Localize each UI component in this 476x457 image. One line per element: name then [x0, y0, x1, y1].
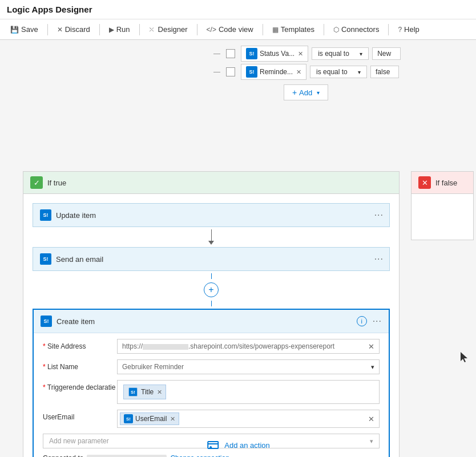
useremail-tag-remove[interactable]: ✕: [170, 415, 175, 423]
plus-line-bottom: [211, 301, 212, 306]
useremail-clear[interactable]: ✕: [364, 412, 379, 426]
required-star-2: *: [43, 363, 46, 371]
toolbar-separator-5: [263, 24, 263, 35]
operator-chevron-1: ▾: [360, 51, 362, 57]
add-between-button[interactable]: +: [204, 282, 219, 297]
update-item-label: Update item: [56, 211, 382, 220]
toolbar-separator-1: [47, 24, 48, 35]
arrow-1: [208, 229, 214, 245]
sharepoint-icon-2: S!: [246, 66, 257, 78]
condition-tag-close-1[interactable]: ✕: [298, 50, 303, 58]
list-name-row: * List Name Gebruiker Reminder ▾: [43, 359, 380, 374]
condition-value-2[interactable]: false: [370, 66, 399, 78]
list-name-value: Gebruiker Reminder: [118, 360, 366, 374]
create-item-sp-icon: S!: [41, 316, 52, 327]
site-address-row: * Site Address https://.sharepoint.com/s…: [43, 339, 380, 354]
app-title: Logic Apps Designer: [7, 5, 92, 14]
list-name-label: * List Name: [43, 359, 117, 371]
useremail-label: UserEmail: [43, 410, 117, 421]
codeview-button[interactable]: </> Code view: [202, 23, 258, 36]
update-item-block[interactable]: S! Update item ···: [33, 203, 390, 227]
site-address-clear[interactable]: ✕: [364, 340, 379, 353]
create-item-block: S! Create item i ··· * Site Address: [33, 309, 390, 457]
add-action-icon: [206, 438, 220, 452]
useremail-input[interactable]: S! UserEmail ✕ ✕: [117, 410, 380, 428]
condition-row-2: S! Reminde... ✕ is equal to ▾ false: [211, 64, 401, 80]
update-item-menu[interactable]: ···: [374, 210, 384, 220]
codeview-icon: </>: [207, 26, 216, 34]
send-email-block[interactable]: S! Send an email ···: [33, 247, 390, 271]
add-action-label: Add an action: [224, 441, 270, 450]
branch-true-label: If true: [47, 179, 66, 187]
branch-true-header: ✓ If true: [23, 172, 399, 194]
plus-connector: +: [204, 273, 219, 306]
create-item-menu[interactable]: ···: [373, 316, 382, 326]
toolbar-separator-4: [197, 24, 197, 35]
branch-false-label: If false: [435, 179, 457, 187]
arrow-line-1: [211, 229, 212, 241]
triggerende-tag-pill: S! Title ✕: [123, 385, 166, 399]
sharepoint-icon-1: S!: [246, 48, 257, 59]
change-connection-link[interactable]: Change connection.: [170, 454, 231, 457]
designer-icon: ⛌: [149, 26, 156, 34]
plus-line-top: [211, 273, 212, 279]
arrow-head-1: [208, 241, 214, 245]
branch-false-header: ✕ If false: [412, 172, 473, 194]
checkmark-icon: ✓: [30, 176, 43, 189]
condition-add-button[interactable]: + Add ▾: [284, 84, 328, 100]
branch-false: ✕ If false: [411, 171, 474, 240]
templates-button[interactable]: ▦ Templates: [268, 23, 319, 36]
save-icon: 💾: [10, 26, 19, 34]
save-button[interactable]: 💾 Save: [6, 23, 43, 36]
send-email-label: Send an email: [56, 255, 382, 264]
branch-true-content: S! Update item ··· S! Send an email ···: [23, 194, 399, 457]
discard-icon: ✕: [57, 26, 63, 34]
condition-operator-2[interactable]: is equal to ▾: [310, 66, 367, 78]
add-action-row[interactable]: Add an action: [206, 438, 270, 452]
connectors-icon: ⬡: [333, 26, 339, 34]
useremail-tag-pill: S! UserEmail ✕: [120, 412, 179, 425]
site-address-label: * Site Address: [43, 339, 117, 350]
branch-false-content: [412, 194, 473, 240]
discard-button[interactable]: ✕ Discard: [53, 23, 95, 36]
condition-operator-1[interactable]: is equal to ▾: [312, 47, 369, 60]
useremail-row: UserEmail S! UserEmail ✕ ✕: [43, 410, 380, 428]
useremail-tag-icon: S!: [124, 414, 133, 423]
list-name-dropdown-arrow[interactable]: ▾: [366, 361, 379, 373]
title-bar: Logic Apps Designer: [0, 0, 476, 19]
designer-button[interactable]: ⛌ Designer: [144, 23, 192, 36]
required-star-1: *: [43, 342, 46, 350]
branch-true: ✓ If true S! Update item ··· S!: [23, 171, 400, 457]
designer-canvas: S! Status Va... ✕ is equal to ▾ New S! R…: [0, 40, 476, 457]
svg-rect-0: [208, 442, 218, 448]
update-item-sp-icon: S!: [40, 209, 51, 221]
site-address-input[interactable]: https://.sharepoint.com/sites/powerapps-…: [117, 339, 380, 354]
condition-row-1: S! Status Va... ✕ is equal to ▾ New: [211, 46, 401, 62]
condition-rows: S! Status Va... ✕ is equal to ▾ New S! R…: [211, 46, 401, 100]
triggerende-row: * Triggerende declaratie S! Title ✕: [43, 380, 380, 404]
run-button[interactable]: ▶ Run: [104, 23, 135, 36]
connectors-button[interactable]: ⬡ Connectors: [329, 23, 384, 36]
create-item-title: Create item: [57, 317, 357, 326]
help-button[interactable]: ? Help: [393, 23, 423, 36]
condition-value-1[interactable]: New: [372, 47, 401, 60]
run-icon: ▶: [109, 26, 114, 34]
create-item-header: S! Create item i ···: [34, 310, 389, 333]
add-param-chevron: ▾: [370, 438, 373, 445]
condition-checkbox-2[interactable]: [226, 67, 235, 76]
toolbar-separator-6: [324, 24, 324, 35]
help-icon: ?: [398, 26, 402, 34]
condition-checkbox-1[interactable]: [226, 49, 235, 58]
condition-tag-close-2[interactable]: ✕: [296, 68, 301, 76]
send-email-menu[interactable]: ···: [374, 254, 384, 264]
triggerende-input[interactable]: S! Title ✕: [117, 380, 380, 404]
triggerende-tag-remove[interactable]: ✕: [157, 389, 162, 396]
site-address-value: https://.sharepoint.com/sites/powerapps-…: [118, 339, 364, 353]
triggerende-tag-icon: S!: [128, 387, 138, 397]
toolbar-separator-2: [99, 24, 100, 35]
list-name-input[interactable]: Gebruiker Reminder ▾: [117, 359, 380, 374]
condition-add-row: + Add ▾: [211, 84, 401, 100]
required-star-3: *: [43, 383, 46, 391]
create-item-info-icon[interactable]: i: [357, 316, 367, 326]
send-email-sp-icon: S!: [40, 253, 51, 265]
